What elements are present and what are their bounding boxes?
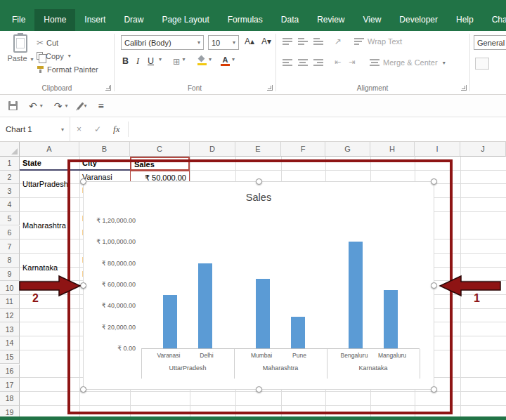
shrink-font-button[interactable]: A▾ bbox=[261, 37, 271, 46]
touch-mode-button[interactable]: ≡ bbox=[98, 100, 104, 112]
ink-button[interactable]: ▾ bbox=[79, 102, 87, 110]
underline-dropdown[interactable]: ▾ bbox=[157, 56, 162, 70]
paste-button[interactable]: Paste ▾ bbox=[6, 34, 35, 79]
chevron-down-icon[interactable]: ▾ bbox=[232, 56, 235, 63]
column-header-b[interactable]: B bbox=[79, 142, 130, 157]
column-header-e[interactable]: E bbox=[235, 142, 281, 157]
bold-button[interactable]: B bbox=[122, 56, 129, 70]
merge-center-button[interactable]: Merge & Center ▾ bbox=[370, 58, 446, 67]
align-left-icon[interactable] bbox=[283, 59, 292, 66]
column-header-g[interactable]: G bbox=[325, 142, 370, 157]
fill-color-button[interactable]: ▾ bbox=[197, 56, 212, 70]
borders-button[interactable]: ⊞ ▾ bbox=[173, 56, 186, 70]
tab-view[interactable]: View bbox=[354, 9, 391, 31]
chevron-down-icon[interactable]: ▾ bbox=[61, 126, 64, 133]
wrap-text-button[interactable]: Wrap Text bbox=[354, 37, 402, 46]
cell-A5-merged[interactable]: Maharashtra bbox=[20, 212, 79, 239]
chart-handle-middle-right[interactable] bbox=[431, 282, 437, 289]
chart-bar-bengaluru[interactable] bbox=[349, 242, 363, 348]
italic-button[interactable]: I bbox=[136, 56, 139, 70]
increase-indent-button[interactable]: ⇥ bbox=[349, 58, 355, 67]
row-header-1[interactable]: 1 bbox=[0, 157, 20, 171]
chevron-down-icon[interactable]: ▾ bbox=[233, 39, 235, 46]
enter-button[interactable]: ✓ bbox=[88, 124, 108, 134]
font-color-button[interactable]: A ▾ bbox=[221, 56, 235, 70]
chevron-down-icon[interactable]: ▾ bbox=[65, 103, 67, 109]
decrease-indent-button[interactable]: ⇤ bbox=[335, 58, 341, 67]
cell-C1[interactable]: Sales bbox=[130, 157, 190, 171]
chart-bar-mumbai[interactable] bbox=[256, 279, 270, 348]
chart-handle-top-right[interactable] bbox=[431, 178, 437, 185]
tab-data[interactable]: Data bbox=[272, 9, 308, 31]
copy-button[interactable]: Copy ▾ bbox=[37, 50, 71, 62]
row-header-4[interactable]: 4 bbox=[0, 198, 20, 212]
row-header-5[interactable]: 5 bbox=[0, 212, 20, 226]
column-header-c[interactable]: C bbox=[130, 142, 190, 157]
cell-B1[interactable]: City bbox=[79, 157, 130, 171]
chart-object[interactable]: Sales ₹ 0.00₹ 20,000.00₹ 40,000.00₹ 60,0… bbox=[83, 181, 434, 390]
cut-button[interactable]: ✂ Cut bbox=[37, 37, 58, 48]
chevron-down-icon[interactable]: ▾ bbox=[68, 53, 71, 59]
chart-handle-top-middle[interactable] bbox=[256, 178, 262, 185]
chevron-down-icon[interactable]: ▾ bbox=[84, 103, 87, 109]
align-middle-icon[interactable] bbox=[298, 38, 308, 45]
tab-chart-design[interactable]: Chart Design bbox=[483, 9, 506, 31]
chevron-down-icon[interactable]: ▾ bbox=[209, 56, 212, 63]
align-right-icon[interactable] bbox=[313, 59, 323, 66]
underline-button[interactable]: U bbox=[148, 56, 154, 70]
chevron-down-icon[interactable]: ▾ bbox=[182, 56, 185, 63]
tab-insert[interactable]: Insert bbox=[75, 9, 115, 31]
align-top-icon[interactable] bbox=[283, 38, 292, 45]
font-dialog-launcher[interactable] bbox=[267, 85, 273, 91]
insert-function-button[interactable]: fx bbox=[108, 124, 125, 135]
grow-font-button[interactable]: A▴ bbox=[245, 37, 254, 46]
chevron-down-icon[interactable]: ▾ bbox=[31, 56, 34, 63]
row-header-16[interactable]: 16 bbox=[0, 365, 20, 379]
row-header-9[interactable]: 9 bbox=[0, 268, 20, 282]
select-all-corner[interactable] bbox=[0, 142, 20, 157]
tab-help[interactable]: Help bbox=[447, 9, 483, 31]
chevron-down-icon[interactable]: ▾ bbox=[40, 103, 43, 109]
row-header-6[interactable]: 6 bbox=[0, 226, 20, 240]
tab-developer[interactable]: Developer bbox=[390, 9, 447, 31]
chart-handle-bottom-right[interactable] bbox=[431, 386, 437, 393]
undo-button[interactable]: ↶▾ bbox=[29, 100, 43, 112]
column-header-j[interactable]: J bbox=[460, 142, 506, 157]
cell-A2-merged[interactable]: UttarPradesh bbox=[20, 171, 79, 198]
column-header-f[interactable]: F bbox=[281, 142, 325, 157]
chart-bar-varanasi[interactable] bbox=[163, 295, 177, 348]
tab-file[interactable]: File bbox=[3, 9, 34, 31]
formula-bar[interactable] bbox=[131, 117, 506, 141]
row-header-18[interactable]: 18 bbox=[0, 392, 20, 406]
row-header-2[interactable]: 2 bbox=[0, 171, 20, 185]
tab-formulas[interactable]: Formulas bbox=[219, 9, 272, 31]
chart-bar-mangaluru[interactable] bbox=[384, 290, 398, 348]
row-header-8[interactable]: 8 bbox=[0, 254, 20, 268]
row-header-14[interactable]: 14 bbox=[0, 336, 20, 350]
column-header-i[interactable]: I bbox=[415, 142, 460, 157]
cancel-button[interactable]: × bbox=[70, 124, 88, 134]
number-format-combo[interactable]: General bbox=[474, 35, 506, 50]
align-bottom-icon[interactable] bbox=[313, 38, 323, 45]
number-format-button[interactable] bbox=[475, 58, 489, 70]
row-header-7[interactable]: 7 bbox=[0, 239, 20, 254]
column-header-a[interactable]: A bbox=[20, 142, 79, 157]
orientation-button[interactable]: ↗ bbox=[335, 37, 342, 46]
name-box[interactable]: Chart 1 ▾ bbox=[0, 117, 70, 141]
chevron-down-icon[interactable]: ▾ bbox=[197, 39, 200, 46]
row-header-13[interactable]: 13 bbox=[0, 322, 20, 336]
row-header-17[interactable]: 17 bbox=[0, 378, 20, 392]
chevron-down-icon[interactable]: ▾ bbox=[443, 60, 446, 66]
cell-A1[interactable]: State bbox=[20, 157, 79, 171]
row-header-11[interactable]: 11 bbox=[0, 295, 20, 309]
save-button[interactable] bbox=[8, 101, 18, 110]
font-name-combo[interactable]: Calibri (Body) ▾ bbox=[121, 35, 204, 50]
row-header-15[interactable]: 15 bbox=[0, 350, 20, 365]
clipboard-dialog-launcher[interactable] bbox=[105, 85, 111, 91]
tab-page-layout[interactable]: Page Layout bbox=[153, 9, 218, 31]
column-header-d[interactable]: D bbox=[190, 142, 235, 157]
redo-button[interactable]: ↷▾ bbox=[54, 100, 68, 112]
chart-bar-delhi[interactable] bbox=[198, 263, 212, 348]
column-header-h[interactable]: H bbox=[370, 142, 415, 157]
chart-bar-pune[interactable] bbox=[291, 317, 305, 349]
